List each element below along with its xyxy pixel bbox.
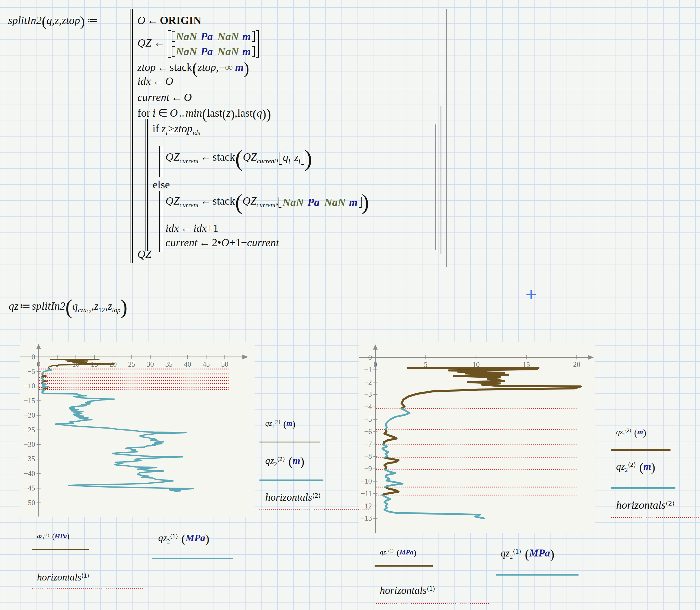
math-token: min — [185, 107, 202, 119]
math-token: , — [276, 195, 279, 207]
right-chart[interactable]: 051015200−1−2−3−4−5−6−7−8−9−10−11−12−13 — [359, 342, 595, 533]
math-token: 1 — [386, 552, 388, 557]
math-token: horizontals — [616, 499, 666, 511]
math-token: i — [288, 158, 290, 165]
y-tick-label: −5 — [364, 415, 372, 423]
math-token: , — [59, 14, 62, 26]
program-outer-bar — [130, 9, 133, 263]
math-token: , — [52, 14, 55, 26]
worksheet-canvas[interactable]: splitIn2(q,z,ztop)≔O←ORIGINQZ←NaNPaNaNmN… — [0, 0, 700, 610]
paren: ) — [120, 295, 128, 319]
math-token: ← — [147, 14, 158, 26]
math-token: q — [283, 151, 288, 163]
y-tick-label: −50 — [24, 499, 35, 507]
matrix: NaNPaNaNmNaNPaNaNm — [168, 30, 259, 58]
math-token: ztop — [137, 61, 156, 73]
paren: ( — [192, 59, 198, 77]
left-chart-xlabel-qz1: qz1⟨1⟩(MPa) — [37, 533, 69, 540]
math-token: O — [221, 237, 229, 248]
math-token: 2 — [274, 461, 277, 467]
x-tick-label: 0 — [37, 360, 40, 368]
x-tick-label: 35 — [165, 360, 173, 368]
y-tick-label: −40 — [24, 470, 35, 478]
math-token: Pa — [200, 30, 213, 43]
program-line-origin: O←ORIGIN — [137, 15, 201, 26]
y-tick-label: −9 — [364, 465, 372, 472]
right-chart-legend-qz2: qz2⟨2⟩(m) — [616, 462, 655, 473]
math-token: z — [94, 300, 99, 312]
math-token: splitIn2 — [32, 300, 65, 312]
y-tick-label: −20 — [24, 411, 35, 419]
math-token: i — [298, 158, 300, 165]
right-chart-xlabel-horizontals-line — [376, 603, 489, 604]
math-token: last — [207, 107, 223, 119]
y-tick-label: −15 — [24, 397, 35, 404]
math-token: 12 — [98, 306, 105, 314]
x-tick-label: 20 — [573, 360, 580, 368]
paren: ( — [202, 106, 207, 122]
math-token: current — [257, 202, 276, 209]
paren: ( — [396, 548, 400, 557]
math-token: NaN — [176, 30, 197, 43]
math-token: current — [165, 237, 197, 248]
right-chart-xlabel-qz2: qz2⟨1⟩(MPa) — [500, 548, 554, 560]
math-token: ⟨1⟩ — [44, 533, 49, 537]
left-chart-xlabel-horizontals: horizontals⟨1⟩ — [37, 572, 89, 582]
program-line-return: QZ — [137, 248, 151, 260]
math-token: ⟨1⟩ — [170, 533, 178, 540]
left-chart[interactable]: 051015202530354045500−5−10−15−20−25−30−3… — [20, 342, 255, 517]
math-token: Pa — [200, 45, 213, 58]
y-tick-label: −3 — [364, 390, 372, 398]
math-token: ≔ — [20, 300, 31, 312]
math-token: ⟨2⟩ — [625, 428, 631, 433]
paren: ) — [67, 532, 69, 541]
x-tick-label: 0 — [373, 360, 377, 368]
math-token: ⟨1⟩ — [427, 585, 435, 592]
math-token: m — [349, 196, 358, 208]
math-token: QZ — [137, 37, 151, 49]
y-tick-label: −35 — [24, 455, 35, 463]
paren: ( — [235, 146, 243, 171]
math-token: idx — [165, 222, 179, 234]
math-token: • — [217, 237, 221, 248]
math-token: splitIn2 — [8, 14, 42, 26]
math-token: ⟨2⟩ — [312, 492, 321, 499]
paren: ) — [230, 107, 234, 121]
math-token: horizontals — [265, 491, 312, 503]
math-token: ← — [180, 222, 192, 234]
math-token: m — [293, 455, 300, 466]
math-token: ⟨1⟩ — [81, 572, 89, 579]
math-token: qz — [9, 300, 18, 312]
program-line-ztop: ztop←stack(ztop,−∞m) — [137, 62, 249, 73]
right-chart-xlabel-qz2-line — [496, 574, 579, 576]
math-token: current — [180, 157, 199, 165]
right-chart-legend-horizontals: horizontals⟨2⟩ — [616, 499, 674, 511]
math-token: qz — [37, 532, 43, 540]
math-token: , — [105, 300, 108, 312]
math-token: current — [257, 157, 276, 165]
y-tick-label: −7 — [364, 440, 372, 448]
crosshair-cursor-v[interactable] — [531, 290, 532, 299]
math-token: 2 — [510, 553, 513, 560]
math-token: 2 — [625, 467, 628, 473]
math-token: 1 — [272, 423, 274, 428]
right-chart-xlabel-horizontals: horizontals⟨1⟩ — [380, 585, 435, 595]
right-chart-legend-qz1: qz1⟨2⟩(m) — [616, 428, 646, 437]
math-token: + — [229, 237, 235, 248]
y-tick-label: −10 — [24, 382, 35, 390]
math-token: Pa — [307, 196, 319, 208]
math-token: q — [72, 300, 78, 312]
paren: ( — [181, 532, 185, 545]
y-tick-label: −8 — [364, 452, 372, 460]
math-token: qz — [616, 461, 625, 472]
math-token: MPa — [186, 532, 206, 543]
x-tick-label: 30 — [147, 360, 154, 368]
math-token: , — [276, 151, 279, 163]
x-tick-label: 25 — [128, 360, 135, 368]
math-token: 1 — [213, 222, 218, 234]
program-line-else: else — [153, 179, 170, 190]
math-token: NaN — [324, 196, 346, 208]
math-token: NaN — [176, 45, 197, 58]
math-token: idx — [193, 222, 207, 234]
paren: ( — [235, 190, 242, 214]
